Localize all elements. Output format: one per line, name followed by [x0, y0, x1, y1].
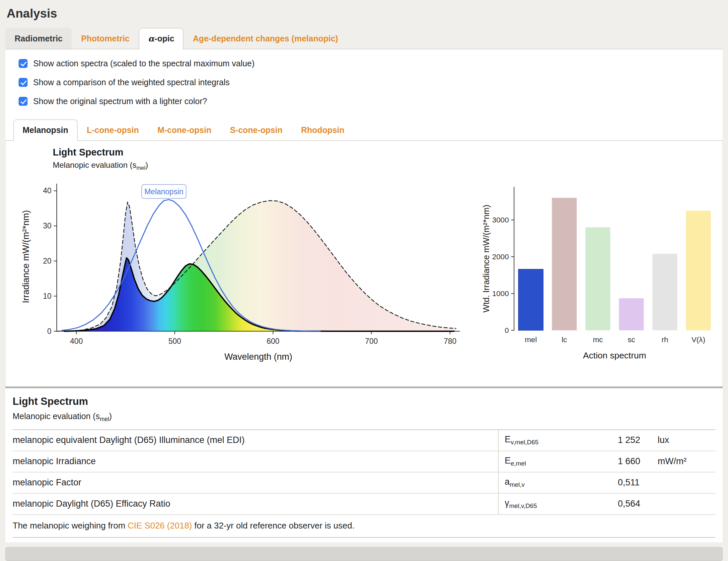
result-symbol: Ee,mel [498, 451, 613, 472]
y-axis-title: Irradiance mW/(m²*nm) [21, 210, 31, 303]
chart-title: Light Spectrum [53, 147, 478, 158]
result-value: 0,511 [613, 477, 652, 488]
subtab-rhodopsin[interactable]: Rhodopsin [292, 119, 354, 140]
result-value: 1 660 [613, 456, 652, 466]
checkbox-show-comparison[interactable] [19, 78, 28, 87]
checkbox-row-show-action-spectra[interactable]: Show action spectra (scaled to the spect… [19, 59, 255, 68]
bottom-panel-strip [5, 547, 723, 561]
results-table: melanopic equivalent Daylight (D65) Illu… [13, 429, 715, 515]
x-tick-label: 500 [168, 337, 181, 345]
subtab-l-cone-opsin[interactable]: L-cone-opsin [78, 119, 148, 140]
y-tick-label: 40 [43, 186, 51, 195]
spectrum-chart-block: Light Spectrum Melanopic evaluation (sme… [14, 147, 478, 374]
result-value: 0,564 [613, 499, 652, 509]
result-label: melanopic Factor [13, 477, 498, 488]
x-tick-label: lc [562, 335, 567, 343]
tab-radiometric[interactable]: Radiometric [5, 28, 72, 49]
x-tick-label: 400 [70, 337, 83, 345]
x-tick-label: 600 [267, 337, 279, 345]
bar-rh [652, 254, 677, 330]
x-tick-label: 780 [444, 337, 456, 345]
tab-age-dependent-changes[interactable]: Age-dependent changes (melanopic) [183, 28, 347, 49]
bar-lc [552, 198, 577, 330]
results-section: Light Spectrum Melanopic evaluation (sme… [5, 386, 723, 538]
y-tick-label: 10 [43, 292, 51, 300]
y-tick-label: 0 [47, 327, 51, 335]
y-axis-title: Wtd. Irradiance mW/(m²*nm) [481, 205, 491, 312]
x-tick-label: mc [593, 335, 603, 343]
y-tick-label: 1000 [492, 289, 509, 298]
result-label: melanopic Daylight (D65) Efficacy Ratio [13, 499, 498, 509]
result-unit: mW/m² [652, 456, 715, 466]
opsin-tabbar: Melanopsin L-cone-opsin M-cone-opsin S-c… [5, 119, 723, 141]
x-tick-label: rh [662, 335, 668, 343]
tab-alpha-opic[interactable]: α-opic [139, 28, 183, 49]
page-title: Analysis [7, 7, 723, 21]
row-mel-factor: melanopic Factor amel,v 0,511 [13, 472, 715, 494]
subtab-melanopsin[interactable]: Melanopsin [13, 119, 78, 141]
y-tick-label: 3000 [492, 216, 509, 224]
subtab-s-cone-opsin[interactable]: S-cone-opsin [221, 119, 292, 140]
row-mel-daylight-efficacy-ratio: melanopic Daylight (D65) Efficacy Ratio … [13, 494, 715, 515]
x-tick-label: V(λ) [692, 335, 705, 343]
x-axis-title: Action spectrum [583, 350, 646, 360]
result-symbol: amel,v [498, 472, 613, 493]
row-mel-edi: melanopic equivalent Daylight (D65) Illu… [13, 430, 715, 451]
result-label: melanopic equivalent Daylight (D65) Illu… [13, 435, 498, 445]
main-tabbar: Radiometric Photometric α-opic Age-depen… [5, 28, 723, 49]
row-mel-irradiance: melanopic Irradiance Ee,mel 1 660 mW/m² [13, 451, 715, 472]
x-tick-label: mel [525, 335, 537, 343]
x-tick-label: sc [627, 335, 635, 343]
y-tick-label: 2000 [492, 253, 509, 261]
chart-header: Light Spectrum Melanopic evaluation (sme… [53, 147, 478, 172]
results-title: Light Spectrum [13, 395, 715, 407]
result-unit: lux [652, 435, 715, 445]
alpha-glyph: α [148, 34, 154, 43]
analysis-page: Analysis Radiometric Photometric α-opic … [0, 0, 728, 561]
cie-s026-link[interactable]: CIE S026 (2018) [128, 521, 192, 530]
results-subtitle: Melanopic evaluation (smel) [13, 411, 715, 423]
chart-panel: Light Spectrum Melanopic evaluation (sme… [5, 141, 723, 386]
checkbox-label: Show a comparison of the weighted spectr… [33, 78, 230, 87]
y-tick-label: 20 [43, 257, 51, 265]
bar-mel [518, 269, 543, 330]
tab-panel-alpha-opic: Show action spectra (scaled to the spect… [5, 49, 723, 542]
tab-photometric[interactable]: Photometric [72, 28, 139, 49]
x-axis-title: Wavelength (nm) [224, 352, 292, 362]
footnote: The melanopic weighing from CIE S026 (20… [13, 515, 715, 538]
checkbox-show-original-spectrum[interactable] [19, 97, 28, 106]
y-tick-label: 30 [43, 222, 51, 230]
weighted-irradiance-bar-chart[interactable]: 0100020003000mellcmcscrhV(λ)Action spect… [478, 175, 720, 374]
chart-subtitle: Melanopic evaluation (smel) [53, 161, 478, 172]
checkbox-label: Show the original spectrum with a lighte… [33, 97, 207, 106]
x-tick-label: 700 [365, 337, 378, 345]
checkbox-label: Show action spectra (scaled to the spect… [33, 59, 255, 68]
bar-mc [585, 227, 610, 330]
bar-V(λ) [686, 211, 711, 330]
bar-sc [619, 298, 644, 330]
light-spectrum-chart[interactable]: 010203040400500600700780MelanopsinWavele… [14, 175, 478, 374]
melanopsin-curve-label: Melanopsin [144, 187, 183, 196]
result-symbol: γmel,v,D65 [498, 494, 613, 514]
result-symbol: Ev,mel,D65 [498, 430, 613, 451]
y-tick-label: 0 [505, 326, 509, 334]
checkbox-row-show-comparison[interactable]: Show a comparison of the weighted spectr… [19, 78, 230, 87]
charts-row: Light Spectrum Melanopic evaluation (sme… [14, 147, 720, 374]
subtab-m-cone-opsin[interactable]: M-cone-opsin [148, 119, 221, 140]
result-value: 1 252 [613, 435, 652, 445]
checkbox-show-action-spectra[interactable] [19, 59, 28, 68]
result-label: melanopic Irradiance [13, 456, 498, 466]
checkbox-row-show-original-spectrum[interactable]: Show the original spectrum with a lighte… [19, 97, 207, 106]
tab-alpha-opic-label: -opic [155, 34, 175, 43]
